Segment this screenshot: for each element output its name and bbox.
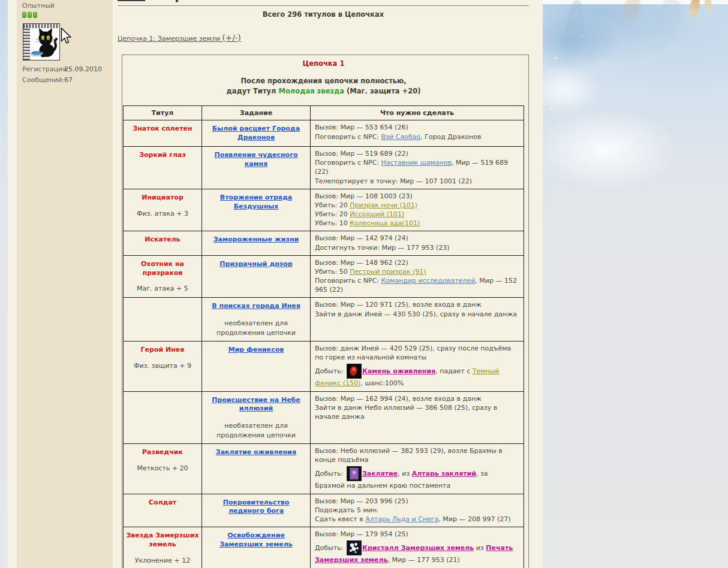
quest-table-row: ИнициаторФиз. атака + 3Вторжение отряда …	[124, 189, 524, 231]
quest-link[interactable]: Появление чудесного камня	[206, 151, 306, 169]
quest-cell: Появление чудесного камня	[202, 147, 311, 189]
earned-title: Герой Инея	[126, 346, 199, 355]
npc-link[interactable]: Наставник шаманов	[381, 159, 452, 167]
quest-table-row: В поисках города Инеянеобязателен для пр…	[124, 298, 524, 342]
task-line: Вызов: данж Иней — 420 529 (25), сразу п…	[315, 344, 520, 362]
quest-link[interactable]: Освобождение Замерзших земель	[206, 531, 306, 549]
earned-title: Инициатор	[126, 194, 199, 203]
quest-link[interactable]: Происшествие на Небе иллюзий	[206, 396, 306, 414]
task-line: Поговорить с NPC: Командир исследователе…	[315, 276, 520, 294]
npc-link[interactable]: Вэй Сяобао	[381, 133, 421, 141]
user-info-panel: Опытный	[17, 0, 113, 568]
task-text: Вызов: данж Иней — 420 529 (25), сразу п…	[315, 345, 511, 361]
title-stat-bonus: Меткость + 20	[126, 464, 199, 472]
quest-cell: Покровительство ледяного бога	[202, 494, 311, 527]
horizontal-rule	[118, 5, 529, 6]
optional-quest-note: необязателен для продолжения цепочки	[206, 421, 306, 440]
task-text: Зайти в данж Небо иллюзий — 386 508 (25)…	[315, 404, 497, 421]
quest-table-row: Происшествие на Небе иллюзийнеобязателен…	[124, 391, 524, 443]
task-line: Вызов: Мир — 203 996 (25)	[315, 497, 520, 506]
task-text: Зайти в данж Иней — 430 530 (25), сразу …	[315, 310, 517, 318]
task-text: Поговорить с NPC:	[315, 159, 381, 167]
task-line: Убить: 50 Пестрый призрак (91)	[315, 267, 520, 276]
quest-cell: Освобождение Замерзших земель	[202, 527, 311, 568]
registration-date: 25.09.2010	[64, 65, 102, 73]
quest-link[interactable]: В поисках города Инея	[212, 302, 300, 311]
quest-link[interactable]: Замороженные жизни	[213, 235, 299, 244]
snow-speck	[582, 36, 583, 37]
task-line: Зайти в данж Иней — 430 530 (25), сразу …	[315, 310, 520, 319]
reputation-pip	[28, 12, 32, 18]
quest-table-row: Зоркий глазПоявление чудесного камняВызо…	[124, 147, 524, 189]
quest-link[interactable]: Вторжение отряда Бездушных	[206, 194, 306, 212]
quest-cell: Замороженные жизни	[202, 231, 311, 255]
quest-cell: Мир фениксов	[202, 342, 311, 392]
task-line: Вызов: Мир — 148 962 (22)	[315, 258, 520, 267]
quest-cell: Былой расцвет Города Драконов	[202, 120, 311, 147]
task-text: Вызов: Мир — 120 971 (25), возле входа в…	[315, 301, 482, 309]
chain-1-plus-minus: (+/-)	[222, 33, 241, 43]
item-link[interactable]: Алтарь заклятий	[412, 470, 476, 478]
task-text: из	[474, 544, 486, 552]
quest-table-row: РазведчикМеткость + 20Заклятие оживления…	[124, 444, 524, 494]
task-line: Сдать квест в Алтарь Льда и Снега, Мир —…	[315, 515, 520, 524]
task-text: Достигнуть точки: Мир — 177 953 (23)	[315, 244, 450, 252]
task-text: , падает с	[435, 367, 473, 375]
item-link[interactable]: Камень оживления	[362, 367, 435, 375]
totals-heading: Всего 296 титулов в Цепочках	[118, 10, 529, 19]
task-text: Сдать квест в	[315, 515, 365, 523]
reputation-pips	[22, 12, 113, 18]
item-link[interactable]: Кристалл Замерзших земель	[362, 544, 474, 552]
monster-link[interactable]: Призрак ночи (101)	[350, 201, 417, 209]
quest-cell: Вторжение отряда Бездушных	[202, 189, 311, 231]
task-text: Вызов: Мир — 162 994 (24), возле входа в…	[315, 395, 482, 403]
quest-link[interactable]: Заклятие оживления	[216, 448, 296, 457]
task-line: Вызов: Мир — 142 974 (24)	[315, 234, 520, 243]
task-text: Вызов: Мир — 203 996 (25)	[315, 497, 408, 505]
task-line: Вызов: Мир — 162 994 (24), возле входа в…	[315, 394, 520, 403]
tasks-cell: Вызов: Мир — 108 1003 (23)Убить: 20 Приз…	[311, 189, 524, 231]
monster-link[interactable]: Пестрый призрак (91)	[350, 268, 426, 276]
title-stat-bonus: Физ. защита + 9	[126, 362, 199, 370]
task-text: , из	[398, 470, 412, 478]
quest-link[interactable]: Былой расцвет Города Драконов	[206, 125, 306, 143]
task-line: Поговорить с NPC: Наставник шаманов, Мир…	[315, 158, 520, 176]
quest-cell: Происшествие на Небе иллюзийнеобязателен…	[202, 391, 311, 443]
item-link[interactable]: Заклятие	[362, 470, 398, 478]
quest-link[interactable]: Покровительство ледяного бога	[206, 498, 306, 516]
reward-title-name: Молодая звезда	[279, 87, 345, 95]
tasks-cell: Вызов: Мир — 142 974 (24)Достигнуть точк…	[311, 231, 524, 255]
task-text: , Мир — 208 997 (27)	[438, 515, 510, 523]
task-text: Поговорить с NPC:	[315, 133, 381, 141]
npc-link[interactable]: Алтарь Льда и Снега	[365, 515, 438, 523]
tasks-cell: Вызов: Мир — 148 962 (22)Убить: 50 Пестр…	[311, 255, 524, 298]
registration-row: Регистрация: 25.09.2010	[22, 65, 113, 73]
description-line-2-post: (Маг. защита +20)	[344, 87, 420, 95]
quest-table-row: ИскательЗамороженные жизниВызов: Мир — 1…	[124, 231, 524, 255]
earned-title: Знаток сплетен	[126, 125, 199, 134]
chain-1-toggle-link[interactable]: Цепочка 1: Замерзшие земли (+/-)	[118, 33, 241, 43]
cutoff-text-fragment	[176, 0, 178, 2]
chain-1-toggle-text: Цепочка 1: Замерзшие земли	[118, 35, 222, 43]
gem-red-item-icon	[347, 364, 362, 379]
quest-table-row: СолдатПокровительство ледяного богаВызов…	[124, 494, 524, 527]
npc-link[interactable]: Командир исследователей	[381, 277, 476, 285]
quest-link[interactable]: Призрачный дозор	[219, 260, 292, 269]
crystal-white-item-icon	[347, 540, 362, 555]
task-line: Убить: 10 Колесница ада(101)	[315, 219, 520, 228]
task-text: Вызов: Мир — 519 689 (22)	[315, 150, 408, 158]
title-cell: Знаток сплетен	[124, 120, 202, 147]
monster-link[interactable]: Иссохший (101)	[350, 210, 404, 218]
user-avatar[interactable]	[23, 23, 60, 61]
chain-1-description: После прохождения цепочки полностью, дад…	[123, 76, 524, 96]
task-text: Убить: 20	[315, 210, 350, 218]
task-text: Убить: 10	[315, 219, 350, 227]
task-line: Достигнуть точки: Мир — 177 953 (23)	[315, 243, 520, 252]
snow-speck	[568, 78, 570, 79]
quest-link[interactable]: Мир фениксов	[228, 346, 284, 355]
description-line-2-pre: дадут Титул	[227, 87, 279, 95]
black-cat-avatar-image	[23, 24, 59, 60]
task-text: Вызов: Небо иллюзий — 382 593 (29), возл…	[315, 447, 503, 464]
quest-cell: Заклятие оживления	[202, 444, 311, 494]
monster-link[interactable]: Колесница ада(101)	[350, 219, 420, 227]
